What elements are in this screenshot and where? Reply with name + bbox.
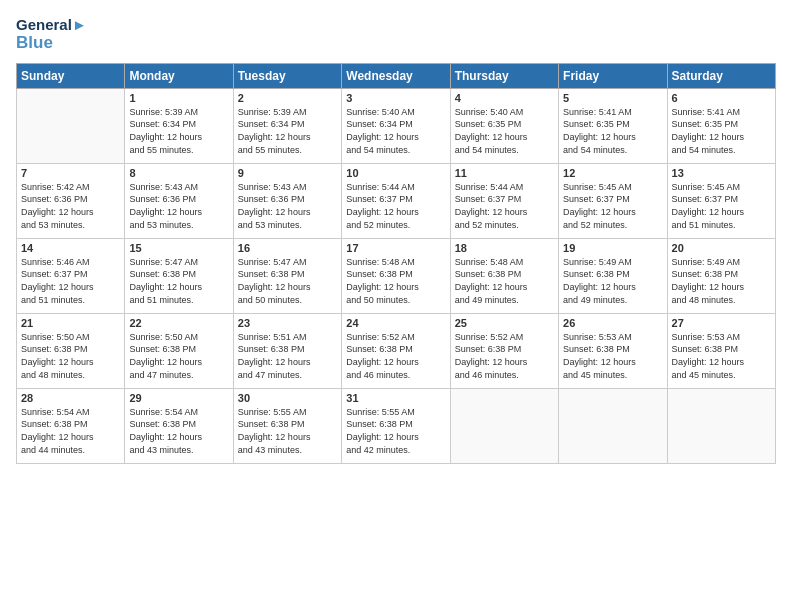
- calendar-cell: 22Sunrise: 5:50 AM Sunset: 6:38 PM Dayli…: [125, 313, 233, 388]
- day-number: 31: [346, 392, 445, 404]
- day-number: 19: [563, 242, 662, 254]
- day-info: Sunrise: 5:39 AM Sunset: 6:34 PM Dayligh…: [129, 106, 228, 156]
- week-row-2: 14Sunrise: 5:46 AM Sunset: 6:37 PM Dayli…: [17, 238, 776, 313]
- day-number: 17: [346, 242, 445, 254]
- day-number: 20: [672, 242, 771, 254]
- day-info: Sunrise: 5:48 AM Sunset: 6:38 PM Dayligh…: [455, 256, 554, 306]
- day-number: 25: [455, 317, 554, 329]
- calendar-cell: 8Sunrise: 5:43 AM Sunset: 6:36 PM Daylig…: [125, 163, 233, 238]
- day-number: 21: [21, 317, 120, 329]
- day-number: 10: [346, 167, 445, 179]
- calendar-cell: 19Sunrise: 5:49 AM Sunset: 6:38 PM Dayli…: [559, 238, 667, 313]
- day-info: Sunrise: 5:42 AM Sunset: 6:36 PM Dayligh…: [21, 181, 120, 231]
- day-number: 8: [129, 167, 228, 179]
- calendar-cell: 2Sunrise: 5:39 AM Sunset: 6:34 PM Daylig…: [233, 88, 341, 163]
- calendar-cell: 6Sunrise: 5:41 AM Sunset: 6:35 PM Daylig…: [667, 88, 775, 163]
- calendar-cell: 10Sunrise: 5:44 AM Sunset: 6:37 PM Dayli…: [342, 163, 450, 238]
- calendar-cell: 31Sunrise: 5:55 AM Sunset: 6:38 PM Dayli…: [342, 388, 450, 463]
- day-info: Sunrise: 5:53 AM Sunset: 6:38 PM Dayligh…: [672, 331, 771, 381]
- page: General►Blue SundayMondayTuesdayWednesda…: [0, 0, 792, 612]
- header: General►Blue: [16, 16, 776, 53]
- calendar-cell: 26Sunrise: 5:53 AM Sunset: 6:38 PM Dayli…: [559, 313, 667, 388]
- week-row-4: 28Sunrise: 5:54 AM Sunset: 6:38 PM Dayli…: [17, 388, 776, 463]
- calendar-cell: 20Sunrise: 5:49 AM Sunset: 6:38 PM Dayli…: [667, 238, 775, 313]
- header-cell-tuesday: Tuesday: [233, 63, 341, 88]
- logo-text: General►Blue: [16, 16, 87, 53]
- calendar-cell: 16Sunrise: 5:47 AM Sunset: 6:38 PM Dayli…: [233, 238, 341, 313]
- day-info: Sunrise: 5:49 AM Sunset: 6:38 PM Dayligh…: [563, 256, 662, 306]
- day-number: 4: [455, 92, 554, 104]
- day-info: Sunrise: 5:54 AM Sunset: 6:38 PM Dayligh…: [21, 406, 120, 456]
- day-info: Sunrise: 5:51 AM Sunset: 6:38 PM Dayligh…: [238, 331, 337, 381]
- week-row-0: 1Sunrise: 5:39 AM Sunset: 6:34 PM Daylig…: [17, 88, 776, 163]
- day-info: Sunrise: 5:43 AM Sunset: 6:36 PM Dayligh…: [238, 181, 337, 231]
- calendar-header-row: SundayMondayTuesdayWednesdayThursdayFrid…: [17, 63, 776, 88]
- day-info: Sunrise: 5:40 AM Sunset: 6:35 PM Dayligh…: [455, 106, 554, 156]
- calendar-cell: [17, 88, 125, 163]
- day-info: Sunrise: 5:39 AM Sunset: 6:34 PM Dayligh…: [238, 106, 337, 156]
- header-cell-sunday: Sunday: [17, 63, 125, 88]
- header-cell-monday: Monday: [125, 63, 233, 88]
- day-number: 13: [672, 167, 771, 179]
- day-number: 11: [455, 167, 554, 179]
- day-number: 15: [129, 242, 228, 254]
- day-info: Sunrise: 5:44 AM Sunset: 6:37 PM Dayligh…: [346, 181, 445, 231]
- day-info: Sunrise: 5:52 AM Sunset: 6:38 PM Dayligh…: [455, 331, 554, 381]
- calendar-table: SundayMondayTuesdayWednesdayThursdayFrid…: [16, 63, 776, 464]
- day-info: Sunrise: 5:55 AM Sunset: 6:38 PM Dayligh…: [238, 406, 337, 456]
- calendar-cell: 5Sunrise: 5:41 AM Sunset: 6:35 PM Daylig…: [559, 88, 667, 163]
- day-info: Sunrise: 5:55 AM Sunset: 6:38 PM Dayligh…: [346, 406, 445, 456]
- day-info: Sunrise: 5:45 AM Sunset: 6:37 PM Dayligh…: [563, 181, 662, 231]
- day-info: Sunrise: 5:44 AM Sunset: 6:37 PM Dayligh…: [455, 181, 554, 231]
- day-number: 23: [238, 317, 337, 329]
- week-row-3: 21Sunrise: 5:50 AM Sunset: 6:38 PM Dayli…: [17, 313, 776, 388]
- day-info: Sunrise: 5:46 AM Sunset: 6:37 PM Dayligh…: [21, 256, 120, 306]
- day-info: Sunrise: 5:48 AM Sunset: 6:38 PM Dayligh…: [346, 256, 445, 306]
- day-number: 5: [563, 92, 662, 104]
- day-number: 22: [129, 317, 228, 329]
- calendar-cell: 1Sunrise: 5:39 AM Sunset: 6:34 PM Daylig…: [125, 88, 233, 163]
- day-info: Sunrise: 5:47 AM Sunset: 6:38 PM Dayligh…: [238, 256, 337, 306]
- calendar-cell: 30Sunrise: 5:55 AM Sunset: 6:38 PM Dayli…: [233, 388, 341, 463]
- calendar-cell: [559, 388, 667, 463]
- calendar-cell: 13Sunrise: 5:45 AM Sunset: 6:37 PM Dayli…: [667, 163, 775, 238]
- header-cell-thursday: Thursday: [450, 63, 558, 88]
- calendar-cell: 23Sunrise: 5:51 AM Sunset: 6:38 PM Dayli…: [233, 313, 341, 388]
- calendar-cell: 9Sunrise: 5:43 AM Sunset: 6:36 PM Daylig…: [233, 163, 341, 238]
- calendar-cell: 27Sunrise: 5:53 AM Sunset: 6:38 PM Dayli…: [667, 313, 775, 388]
- calendar-cell: 14Sunrise: 5:46 AM Sunset: 6:37 PM Dayli…: [17, 238, 125, 313]
- day-number: 18: [455, 242, 554, 254]
- day-info: Sunrise: 5:45 AM Sunset: 6:37 PM Dayligh…: [672, 181, 771, 231]
- day-number: 9: [238, 167, 337, 179]
- calendar-cell: 21Sunrise: 5:50 AM Sunset: 6:38 PM Dayli…: [17, 313, 125, 388]
- day-info: Sunrise: 5:53 AM Sunset: 6:38 PM Dayligh…: [563, 331, 662, 381]
- day-info: Sunrise: 5:50 AM Sunset: 6:38 PM Dayligh…: [21, 331, 120, 381]
- calendar-cell: 25Sunrise: 5:52 AM Sunset: 6:38 PM Dayli…: [450, 313, 558, 388]
- calendar-cell: [667, 388, 775, 463]
- week-row-1: 7Sunrise: 5:42 AM Sunset: 6:36 PM Daylig…: [17, 163, 776, 238]
- calendar-cell: 24Sunrise: 5:52 AM Sunset: 6:38 PM Dayli…: [342, 313, 450, 388]
- day-number: 28: [21, 392, 120, 404]
- day-info: Sunrise: 5:50 AM Sunset: 6:38 PM Dayligh…: [129, 331, 228, 381]
- day-number: 7: [21, 167, 120, 179]
- calendar-cell: 11Sunrise: 5:44 AM Sunset: 6:37 PM Dayli…: [450, 163, 558, 238]
- calendar-cell: 3Sunrise: 5:40 AM Sunset: 6:34 PM Daylig…: [342, 88, 450, 163]
- header-cell-wednesday: Wednesday: [342, 63, 450, 88]
- day-info: Sunrise: 5:49 AM Sunset: 6:38 PM Dayligh…: [672, 256, 771, 306]
- day-number: 29: [129, 392, 228, 404]
- calendar-cell: 7Sunrise: 5:42 AM Sunset: 6:36 PM Daylig…: [17, 163, 125, 238]
- day-number: 1: [129, 92, 228, 104]
- calendar-cell: [450, 388, 558, 463]
- day-info: Sunrise: 5:52 AM Sunset: 6:38 PM Dayligh…: [346, 331, 445, 381]
- calendar-body: 1Sunrise: 5:39 AM Sunset: 6:34 PM Daylig…: [17, 88, 776, 463]
- day-number: 30: [238, 392, 337, 404]
- day-number: 24: [346, 317, 445, 329]
- day-number: 27: [672, 317, 771, 329]
- day-number: 6: [672, 92, 771, 104]
- day-info: Sunrise: 5:47 AM Sunset: 6:38 PM Dayligh…: [129, 256, 228, 306]
- calendar-cell: 12Sunrise: 5:45 AM Sunset: 6:37 PM Dayli…: [559, 163, 667, 238]
- day-info: Sunrise: 5:41 AM Sunset: 6:35 PM Dayligh…: [672, 106, 771, 156]
- header-cell-friday: Friday: [559, 63, 667, 88]
- day-number: 12: [563, 167, 662, 179]
- day-info: Sunrise: 5:54 AM Sunset: 6:38 PM Dayligh…: [129, 406, 228, 456]
